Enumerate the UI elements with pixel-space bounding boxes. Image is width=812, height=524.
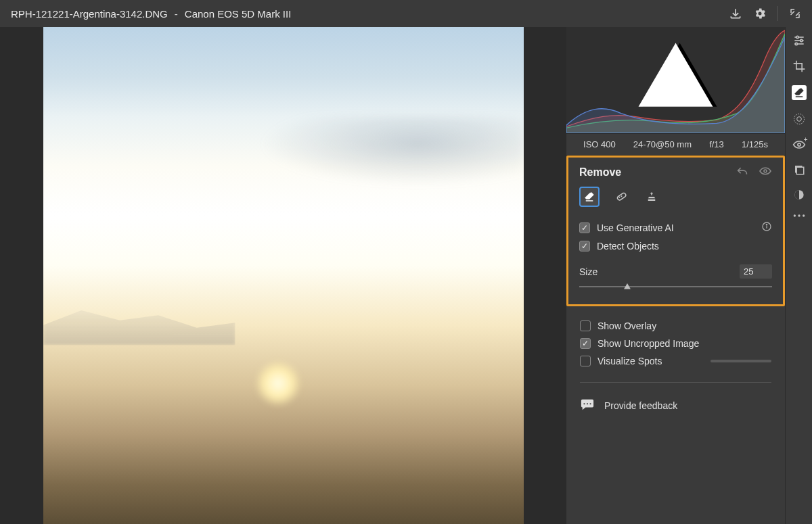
camera-model: Canon EOS 5D Mark III xyxy=(185,8,292,20)
redeye-icon[interactable]: + xyxy=(792,138,806,151)
svg-line-3 xyxy=(621,196,623,197)
toolstrip: + xyxy=(785,27,812,524)
eraser-tool-icon[interactable] xyxy=(792,85,807,100)
filename: RPH-121221-Argentina-3142.DNG xyxy=(11,8,168,20)
right-rail: ISO 400 24-70@50 mm f/13 1/125s Remove xyxy=(566,27,812,524)
more-icon[interactable] xyxy=(792,214,806,218)
size-slider[interactable] xyxy=(579,281,772,292)
chat-icon xyxy=(580,398,595,413)
svg-point-14 xyxy=(796,117,801,122)
gear-icon[interactable] xyxy=(753,7,767,20)
header-actions xyxy=(729,6,801,21)
size-row: Size xyxy=(579,264,772,279)
remove-options: Show Overlay Show Uncropped Image Visual… xyxy=(566,306,785,416)
show-uncropped-label: Show Uncropped Image xyxy=(597,338,699,349)
svg-point-19 xyxy=(793,214,795,216)
remove-header: Remove xyxy=(579,166,772,178)
size-slider-thumb[interactable] xyxy=(623,282,632,291)
provide-feedback-button[interactable]: Provide feedback xyxy=(580,395,771,416)
exif-lens: 24-70@50 mm xyxy=(633,139,692,149)
sliders-icon[interactable] xyxy=(792,34,806,47)
download-icon[interactable] xyxy=(729,7,742,20)
visualize-spots-checkbox[interactable] xyxy=(580,356,591,366)
visualize-spots-row: Visualize Spots xyxy=(580,352,771,370)
size-input[interactable] xyxy=(740,264,772,279)
svg-point-15 xyxy=(797,143,800,146)
exif-shutter: 1/125s xyxy=(742,139,768,149)
size-label: Size xyxy=(579,266,597,277)
exif-iso: ISO 400 xyxy=(583,139,616,149)
crop-icon[interactable] xyxy=(792,59,806,73)
canvas-area[interactable] xyxy=(0,27,566,524)
show-overlay-label: Show Overlay xyxy=(597,320,656,331)
use-generative-ai-checkbox[interactable] xyxy=(579,222,590,233)
svg-line-2 xyxy=(619,197,621,198)
svg-point-13 xyxy=(794,114,804,124)
detect-objects-checkbox[interactable] xyxy=(579,241,590,252)
remove-mode-row xyxy=(579,187,772,207)
use-generative-ai-label: Use Generative AI xyxy=(597,222,674,233)
svg-rect-17 xyxy=(796,167,804,174)
header-divider xyxy=(777,6,778,21)
document-title: RPH-121221-Argentina-3142.DNG - Canon EO… xyxy=(11,8,291,20)
show-uncropped-checkbox[interactable] xyxy=(580,338,591,349)
visibility-eye-icon[interactable] xyxy=(759,166,772,178)
clone-stamp-mode-button[interactable] xyxy=(641,187,662,207)
inspector-panel: ISO 400 24-70@50 mm f/13 1/125s Remove xyxy=(566,27,785,524)
fullscreen-icon[interactable] xyxy=(789,7,801,20)
eraser-mode-button[interactable] xyxy=(579,187,600,207)
remove-title: Remove xyxy=(579,166,621,178)
exif-bar: ISO 400 24-70@50 mm f/13 1/125s xyxy=(566,134,785,156)
lens-blur-icon[interactable] xyxy=(792,188,806,201)
photo-preview xyxy=(43,27,524,524)
undo-icon[interactable] xyxy=(736,166,749,178)
info-icon[interactable] xyxy=(761,221,772,234)
heal-mode-button[interactable] xyxy=(610,187,631,207)
title-separator: - xyxy=(175,8,178,20)
svg-point-20 xyxy=(798,214,800,216)
radial-mask-icon[interactable] xyxy=(792,112,806,126)
visualize-spots-label: Visualize Spots xyxy=(597,356,662,366)
divider xyxy=(580,382,771,383)
svg-point-12 xyxy=(795,43,797,45)
exif-aperture: f/13 xyxy=(709,139,724,149)
svg-point-21 xyxy=(803,214,805,216)
svg-point-10 xyxy=(800,39,802,41)
histogram[interactable] xyxy=(566,27,785,134)
detect-objects-label: Detect Objects xyxy=(597,241,659,252)
detect-objects-row: Detect Objects xyxy=(579,237,772,255)
show-uncropped-row: Show Uncropped Image xyxy=(580,335,771,352)
show-overlay-checkbox[interactable] xyxy=(580,320,591,331)
use-generative-ai-row: Use Generative AI xyxy=(579,218,772,237)
svg-point-6 xyxy=(766,224,767,225)
app-header: RPH-121221-Argentina-3142.DNG - Canon EO… xyxy=(0,0,812,27)
show-overlay-row: Show Overlay xyxy=(580,317,771,335)
highlight-clipping-icon[interactable] xyxy=(566,27,785,133)
visualize-spots-slider[interactable] xyxy=(710,360,771,362)
provide-feedback-label: Provide feedback xyxy=(604,400,677,411)
main-area: ISO 400 24-70@50 mm f/13 1/125s Remove xyxy=(0,27,812,524)
svg-point-0 xyxy=(764,170,767,172)
presets-stack-icon[interactable] xyxy=(793,164,805,176)
remove-panel: Remove xyxy=(566,156,785,306)
svg-point-8 xyxy=(796,36,798,38)
